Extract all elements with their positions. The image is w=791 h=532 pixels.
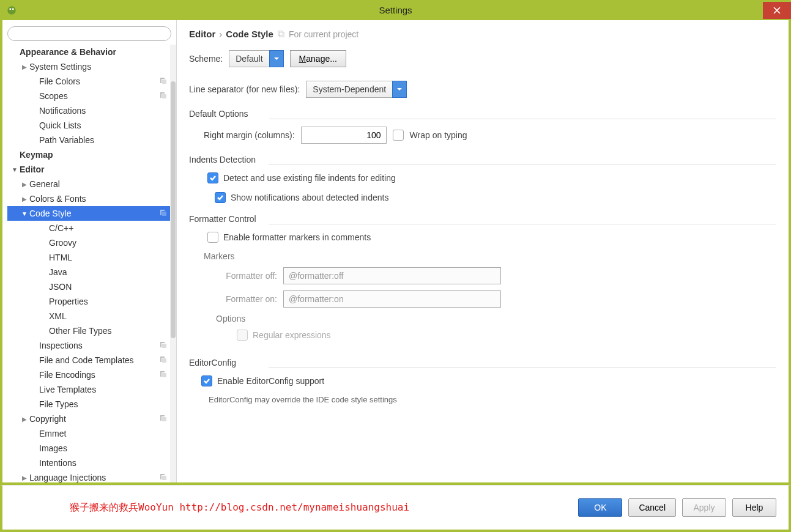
tree-item-scopes[interactable]: Scopes	[7, 89, 171, 103]
titlebar: Settings	[0, 0, 791, 20]
breadcrumb-tag: For current project	[289, 29, 358, 39]
detect-indents-label: Detect and use existing file indents for…	[223, 173, 396, 183]
right-margin-label: Right margin (columns):	[204, 130, 295, 140]
editorconfig-title: EditorConfig	[189, 358, 776, 368]
right-margin-input[interactable]	[301, 127, 387, 144]
tree-item-label: Appearance & Behavior	[20, 47, 168, 57]
tree-item-label: Scopes	[39, 91, 159, 101]
formatter-on-label: Formatter on:	[216, 294, 277, 304]
tree-item-label: Quick Lists	[39, 120, 168, 130]
tree-item-properties[interactable]: Properties	[7, 294, 171, 309]
tree-item-colors-fonts[interactable]: ▶Colors & Fonts	[7, 191, 171, 206]
tree-item-appearance-behavior[interactable]: Appearance & Behavior	[7, 45, 171, 59]
help-button[interactable]: Help	[732, 498, 776, 517]
tree-item-label: Live Templates	[39, 385, 168, 394]
markers-title: Markers	[204, 251, 776, 261]
tree-item-label: Images	[39, 443, 168, 453]
tree-item-label: Colors & Fonts	[29, 194, 168, 204]
tree-item-label: Path Variables	[39, 135, 168, 145]
tree-item-label: Properties	[49, 297, 168, 306]
tree-item-quick-lists[interactable]: Quick Lists	[7, 118, 171, 133]
tree-item-label: HTML	[49, 253, 168, 262]
tree-item-path-variables[interactable]: Path Variables	[7, 133, 171, 147]
editorconfig-note: EditorConfig may override the IDE code s…	[209, 395, 776, 404]
formatter-on-input	[283, 290, 501, 308]
tree-item-label: Language Injections	[29, 473, 159, 482]
tree-arrow-icon: ▶	[21, 181, 28, 188]
scheme-value: Default	[229, 50, 269, 67]
tree-item-live-templates[interactable]: Live Templates	[7, 382, 171, 397]
settings-tree[interactable]: Appearance & Behavior▶System SettingsFil…	[7, 45, 171, 482]
options-title: Options	[216, 314, 776, 323]
tree-item-notifications[interactable]: Notifications	[7, 103, 171, 118]
cancel-button[interactable]: Cancel	[628, 498, 676, 517]
notify-indents-checkbox[interactable]	[215, 192, 226, 203]
tree-item-other-file-types[interactable]: Other File Types	[7, 323, 171, 338]
detect-indents-checkbox[interactable]	[207, 172, 218, 183]
tree-item-copyright[interactable]: ▶Copyright	[7, 412, 171, 426]
tree-item-html[interactable]: HTML	[7, 250, 171, 265]
tree-item-intentions[interactable]: Intentions	[7, 456, 171, 470]
divider	[269, 368, 776, 368]
formatter-off-label: Formatter off:	[216, 271, 277, 281]
tree-item-label: Notifications	[39, 106, 168, 116]
tree-item-keymap[interactable]: Keymap	[7, 147, 171, 162]
tree-item-code-style[interactable]: ▼Code Style	[7, 206, 171, 221]
tree-item-language-injections[interactable]: ▶Language Injections	[7, 470, 171, 482]
watermark-text: 猴子搬来的救兵WooYun http://blog.csdn.net/mynam…	[70, 501, 409, 514]
wrap-on-typing-label: Wrap on typing	[410, 130, 467, 140]
sidebar-scrollbar[interactable]	[170, 45, 176, 482]
tree-item-general[interactable]: ▶General	[7, 177, 171, 191]
tree-item-label: Copyright	[29, 414, 159, 424]
tree-item-java[interactable]: Java	[7, 265, 171, 279]
tree-arrow-icon: ▶	[21, 64, 28, 70]
tree-item-xml[interactable]: XML	[7, 309, 171, 323]
ok-button[interactable]: OK	[578, 498, 622, 517]
copy-icon	[277, 30, 285, 38]
tree-item-label: XML	[49, 311, 168, 321]
tree-item-inspections[interactable]: Inspections	[7, 338, 171, 353]
linesep-select[interactable]: System-Dependent	[306, 81, 407, 98]
tree-item-label: General	[29, 179, 168, 189]
copy-icon	[159, 370, 168, 380]
tree-item-system-settings[interactable]: ▶System Settings	[7, 59, 171, 74]
tree-item-label: Editor	[20, 164, 168, 174]
breadcrumb-leaf: Code Style	[226, 29, 273, 39]
tree-item-json[interactable]: JSON	[7, 279, 171, 294]
tree-arrow-icon: ▶	[21, 416, 28, 423]
tree-item-label: Inspections	[39, 341, 159, 350]
tree-item-file-encodings[interactable]: File Encodings	[7, 368, 171, 382]
formatter-title: Formatter Control	[189, 214, 776, 224]
tree-item-c-c-[interactable]: C/C++	[7, 221, 171, 235]
copy-icon	[159, 473, 168, 483]
tree-item-emmet[interactable]: Emmet	[7, 426, 171, 441]
copy-icon	[159, 76, 168, 87]
tree-item-label: File Types	[39, 399, 168, 409]
tree-item-groovy[interactable]: Groovy	[7, 235, 171, 250]
copy-icon	[159, 355, 168, 366]
tree-item-editor[interactable]: ▼Editor	[7, 162, 171, 177]
close-icon	[773, 7, 781, 14]
enable-formatter-label: Enable formatter markers in comments	[223, 232, 371, 242]
dialog-footer: 猴子搬来的救兵WooYun http://blog.csdn.net/mynam…	[0, 485, 791, 532]
search-input[interactable]	[7, 26, 171, 41]
copy-icon	[159, 91, 168, 102]
tree-item-label: Groovy	[49, 238, 168, 248]
formatter-off-input	[283, 267, 501, 284]
divider	[269, 224, 776, 224]
tree-item-label: JSON	[49, 282, 168, 292]
wrap-on-typing-checkbox[interactable]	[393, 130, 404, 141]
tree-item-images[interactable]: Images	[7, 441, 171, 456]
tree-item-label: System Settings	[29, 62, 168, 72]
enable-editorconfig-checkbox[interactable]	[201, 375, 212, 386]
settings-sidebar: Appearance & Behavior▶System SettingsFil…	[2, 20, 177, 482]
tree-item-file-types[interactable]: File Types	[7, 397, 171, 412]
manage-button[interactable]: Manage...	[290, 50, 346, 67]
notify-indents-label: Show notifications about detected indent…	[231, 193, 388, 202]
enable-formatter-checkbox[interactable]	[207, 232, 218, 243]
close-button[interactable]	[763, 2, 791, 19]
tree-item-file-colors[interactable]: File Colors	[7, 74, 171, 89]
tree-item-file-and-code-templates[interactable]: File and Code Templates	[7, 353, 171, 368]
scheme-select[interactable]: Default	[229, 50, 283, 67]
linesep-value: System-Dependent	[306, 81, 392, 98]
